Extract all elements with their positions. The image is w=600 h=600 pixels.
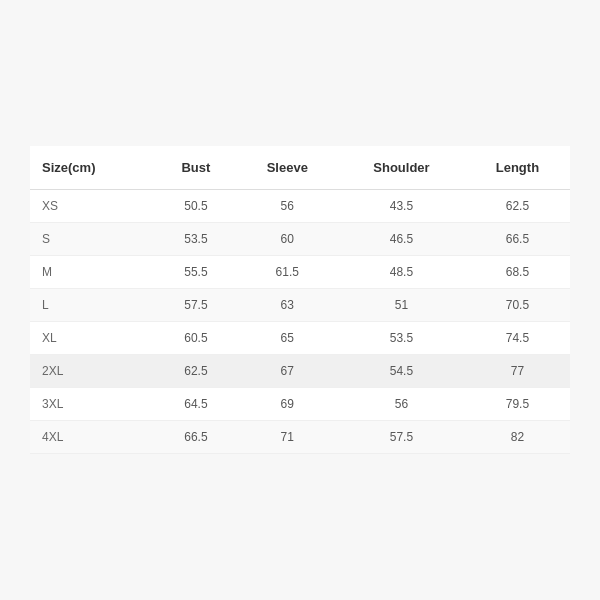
cell-bust: 57.5 — [155, 289, 236, 322]
cell-bust: 55.5 — [155, 256, 236, 289]
cell-bust: 62.5 — [155, 355, 236, 388]
cell-size: 3XL — [30, 388, 155, 421]
cell-size: XL — [30, 322, 155, 355]
table-header-row: Size(cm) Bust Sleeve Shoulder Length — [30, 146, 570, 190]
cell-shoulder: 57.5 — [338, 421, 465, 454]
cell-sleeve: 71 — [236, 421, 338, 454]
cell-shoulder: 43.5 — [338, 190, 465, 223]
header-size: Size(cm) — [30, 146, 155, 190]
cell-bust: 53.5 — [155, 223, 236, 256]
size-chart-table: Size(cm) Bust Sleeve Shoulder Length XS … — [30, 146, 570, 454]
cell-sleeve: 56 — [236, 190, 338, 223]
table-row: L 57.5 63 51 70.5 — [30, 289, 570, 322]
cell-length: 66.5 — [465, 223, 570, 256]
table-row: 3XL 64.5 69 56 79.5 — [30, 388, 570, 421]
cell-sleeve: 65 — [236, 322, 338, 355]
cell-bust: 50.5 — [155, 190, 236, 223]
cell-bust: 60.5 — [155, 322, 236, 355]
table-row: M 55.5 61.5 48.5 68.5 — [30, 256, 570, 289]
table-row: S 53.5 60 46.5 66.5 — [30, 223, 570, 256]
cell-sleeve: 60 — [236, 223, 338, 256]
table-row: 4XL 66.5 71 57.5 82 — [30, 421, 570, 454]
cell-length: 62.5 — [465, 190, 570, 223]
cell-size: M — [30, 256, 155, 289]
header-length: Length — [465, 146, 570, 190]
cell-bust: 64.5 — [155, 388, 236, 421]
cell-sleeve: 69 — [236, 388, 338, 421]
cell-size: XS — [30, 190, 155, 223]
cell-length: 79.5 — [465, 388, 570, 421]
header-shoulder: Shoulder — [338, 146, 465, 190]
cell-shoulder: 53.5 — [338, 322, 465, 355]
cell-shoulder: 46.5 — [338, 223, 465, 256]
cell-size: 4XL — [30, 421, 155, 454]
cell-size: 2XL — [30, 355, 155, 388]
cell-bust: 66.5 — [155, 421, 236, 454]
cell-size: S — [30, 223, 155, 256]
cell-shoulder: 56 — [338, 388, 465, 421]
table-row: XS 50.5 56 43.5 62.5 — [30, 190, 570, 223]
header-sleeve: Sleeve — [236, 146, 338, 190]
header-bust: Bust — [155, 146, 236, 190]
cell-shoulder: 54.5 — [338, 355, 465, 388]
size-chart-container: Size(cm) Bust Sleeve Shoulder Length XS … — [30, 146, 570, 454]
cell-length: 77 — [465, 355, 570, 388]
cell-length: 70.5 — [465, 289, 570, 322]
cell-sleeve: 67 — [236, 355, 338, 388]
cell-sleeve: 61.5 — [236, 256, 338, 289]
cell-size: L — [30, 289, 155, 322]
cell-length: 68.5 — [465, 256, 570, 289]
cell-length: 82 — [465, 421, 570, 454]
table-row: XL 60.5 65 53.5 74.5 — [30, 322, 570, 355]
cell-sleeve: 63 — [236, 289, 338, 322]
table-row: 2XL 62.5 67 54.5 77 — [30, 355, 570, 388]
cell-shoulder: 48.5 — [338, 256, 465, 289]
cell-shoulder: 51 — [338, 289, 465, 322]
cell-length: 74.5 — [465, 322, 570, 355]
